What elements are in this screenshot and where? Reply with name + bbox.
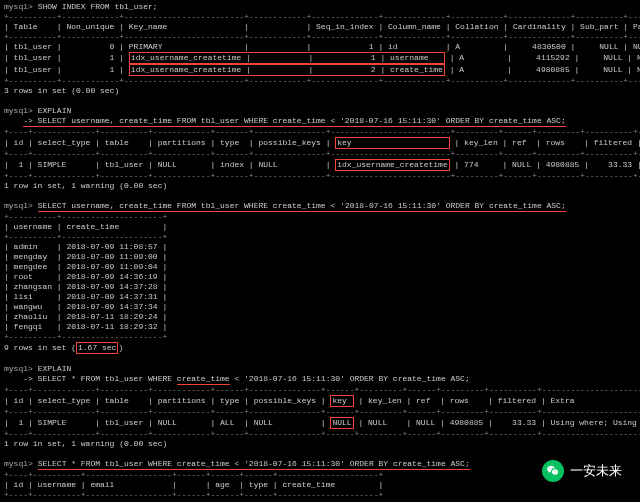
table-row: | tbl_user | 1 | idx_username_createtime… — [4, 52, 636, 64]
mysql-prompt: mysql> — [4, 364, 33, 373]
table-row: | 1 | SIMPLE | tbl_user | NULL | ALL | N… — [4, 417, 636, 429]
mysql-prompt: mysql> — [4, 106, 33, 115]
table-border: +----+-------------+----------+---------… — [4, 171, 636, 181]
status-line: 9 rows in set (1.67 sec) — [4, 342, 636, 354]
sql-q2-pre: EXPLAIN — [38, 106, 72, 115]
table-border: +----------+---------------------+ — [4, 212, 636, 222]
table-row: | admin | 2018-07-09 11:08:57 | — [4, 242, 636, 252]
table-row: | root | 2018-07-09 14:36:19 | — [4, 272, 636, 282]
status-line: 1 row in set, 1 warning (0.00 sec) — [4, 181, 636, 191]
table-border: +----------+---------------------+ — [4, 232, 636, 242]
highlight-time: 1.67 sec — [76, 342, 118, 354]
table-border: +----------+------------+---------------… — [4, 12, 636, 22]
table-border: +----------+------------+---------------… — [4, 76, 636, 86]
table-row: | tbl_user | 1 | idx_username_createtime… — [4, 64, 636, 76]
highlight-key-header: key — [335, 137, 449, 149]
wechat-icon — [542, 460, 564, 482]
highlight-index-name: idx_username_createtime | | 1 | username — [129, 52, 445, 64]
table-border: +----+-------------+----------+---------… — [4, 149, 636, 159]
table-row: | lisi | 2018-07-09 14:37:31 | — [4, 292, 636, 302]
table-row: | mengdee | 2018-07-09 11:09:04 | — [4, 262, 636, 272]
sql-q4-pre: EXPLAIN — [38, 364, 72, 373]
table-headers: | id | select_type | table | partitions … — [4, 137, 636, 149]
table-border: +----+-------------+----------+---------… — [4, 429, 636, 439]
table-row: | fengqi | 2018-07-11 18:29:32 | — [4, 322, 636, 332]
table-border: +----------+---------------------+ — [4, 332, 636, 342]
table-headers: | username | create_time | — [4, 222, 636, 232]
mysql-prompt: mysql> — [4, 2, 33, 11]
table-border: +----------+------------+---------------… — [4, 32, 636, 42]
status-line: 1 row in set, 1 warning (0.00 sec) — [4, 439, 636, 449]
table-headers: | id | select_type | table | partitions … — [4, 395, 636, 407]
mysql-prompt: mysql> — [4, 459, 33, 468]
table-row: | zhaoliu | 2018-07-11 18:29:24 | — [4, 312, 636, 322]
sql-q1: SHOW INDEX FROM tbl_user; — [38, 2, 158, 11]
mysql-prompt: mysql> — [4, 201, 33, 210]
watermark-text: 一安未来 — [570, 463, 622, 479]
status-line: 3 rows in set (0.00 sec) — [4, 86, 636, 96]
sql-q3: SELECT username, create_time FROM tbl_us… — [38, 201, 566, 212]
terminal-output: mysql> SHOW INDEX FROM tbl_user; +------… — [4, 2, 636, 502]
table-row: | wangwu | 2018-07-09 14:37:34 | — [4, 302, 636, 312]
highlight-index-name: idx_username_createtime | | 2 | create_t… — [129, 64, 445, 76]
sql-q2: -> SELECT username, create_time FROM tbl… — [4, 116, 636, 127]
watermark: 一安未来 — [542, 460, 622, 482]
table-row: | zhangsan | 2018-07-09 14:37:28 | — [4, 282, 636, 292]
highlight-create-time: create_time — [177, 374, 230, 385]
table-border: +----+-------------+----------+---------… — [4, 407, 636, 417]
table-border: +----+-------------+----------+---------… — [4, 127, 636, 137]
highlight-key-value: idx_username_createtime — [335, 159, 449, 171]
table-border: +----+----------+------------------+----… — [4, 490, 636, 500]
table-row: | mengday | 2018-07-09 11:09:00 | — [4, 252, 636, 262]
highlight-key-null: NULL — [330, 417, 353, 429]
sql-q5: SELECT * FROM tbl_user WHERE create_time… — [38, 459, 470, 470]
highlight-key-header: key — [330, 395, 353, 407]
sql-q4: -> SELECT * FROM tbl_user WHERE create_t… — [4, 374, 636, 385]
table-row: | tbl_user | 0 | PRIMARY | | 1 | id | A … — [4, 42, 636, 52]
table-headers: | Table | Non_unique | Key_name | | Seq_… — [4, 22, 636, 32]
table-border: +----+-------------+----------+---------… — [4, 385, 636, 395]
table-row: | 1 | SIMPLE | tbl_user | NULL | index |… — [4, 159, 636, 171]
